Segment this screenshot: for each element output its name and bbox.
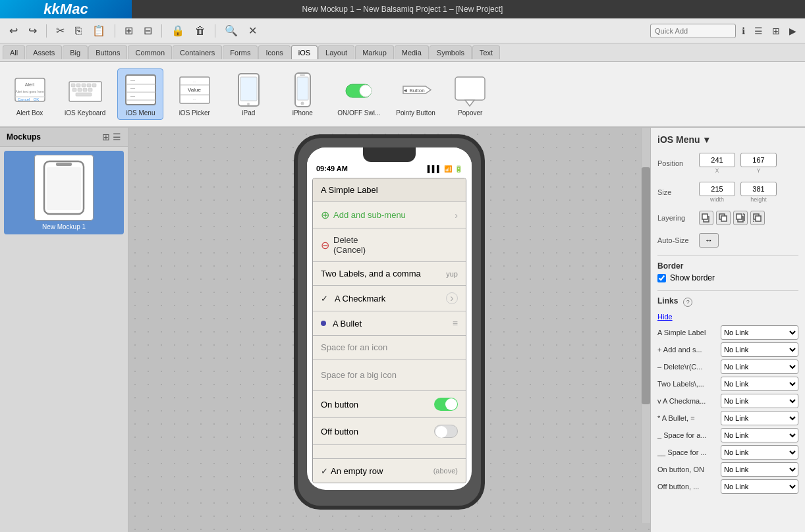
show-border-checkbox[interactable] [657,274,666,282]
svg-text:Alert text goes here: Alert text goes here [15,90,44,93]
menu-checkmark[interactable]: ✓ A Checkmark › [313,286,466,311]
svg-rect-44 [56,163,72,166]
iphone-notch [363,147,416,162]
send-to-back-button[interactable] [750,211,765,225]
canvas[interactable]: 09:49 AM ▌▌▌ 📶 🔋 A Simple Label [128,128,650,532]
palette-ios-menu[interactable]: — — — iOS Menu [117,68,163,120]
delete-button[interactable]: 🗑 [191,22,209,40]
group-button[interactable]: ⊞ [121,22,137,40]
size-height-group: height [740,182,777,203]
palette-iphone[interactable]: iPhone [279,69,325,119]
position-y-input[interactable] [740,153,777,167]
on-off-switch-label: ON/OFF Swi... [337,109,380,117]
checkmark-icon: ✓ [321,294,328,304]
undo-button[interactable]: ↩ [5,22,22,40]
size-height-input[interactable] [740,182,777,196]
checkmark-arrow: › [446,292,458,304]
tab-media[interactable]: Media [395,45,429,59]
link-select-8[interactable]: No Link [721,462,798,477]
bring-to-front-button[interactable] [733,211,748,225]
menu-on-button[interactable]: On button [313,391,466,418]
tab-layout[interactable]: Layout [318,45,354,59]
toggle-on-icon[interactable] [434,398,458,411]
zoom-button[interactable]: 🔍 [221,22,242,40]
tab-symbols[interactable]: Symbols [430,45,472,59]
palette-ipad[interactable]: iPad [225,69,271,119]
link-select-1[interactable]: No Link [721,342,798,357]
ios-keyboard-label: iOS Keyboard [65,109,105,117]
lock-button[interactable]: 🔒 [167,22,188,40]
link-select-3[interactable]: No Link [721,377,798,391]
menu-off-button[interactable]: Off button [313,418,466,445]
tab-big[interactable]: Big [63,45,88,59]
palette-pointy-button[interactable]: ◄ Button Pointy Button [392,69,439,119]
tab-assets[interactable]: Assets [26,45,62,59]
tab-ios[interactable]: iOS [291,45,318,59]
palette-ios-picker[interactable]: ··· Value ··· iOS Picker [171,69,217,119]
redo-button[interactable]: ↪ [24,22,41,40]
link-items: A Simple LabelNo Link+ Add and s...No Li… [657,325,798,494]
toggle-off-icon[interactable] [434,425,458,438]
svg-rect-9 [82,84,86,87]
chevron-down-icon[interactable]: ▾ [704,134,709,145]
sidebar-list-btn[interactable]: ☰ [113,132,121,142]
menu-two-labels[interactable]: Two Labels, and a comma yup [313,262,466,286]
v-scrollbar-thumb[interactable] [642,167,650,404]
copy-button[interactable]: ⎘ [71,22,86,40]
link-label-1: + Add and s... [657,346,717,354]
link-select-6[interactable]: No Link [721,428,798,442]
link-select-2[interactable]: No Link [721,359,798,374]
link-select-9[interactable]: No Link [721,479,798,494]
sidebar-grid-btn[interactable]: ⊞ [102,132,110,142]
info-icon-button[interactable]: ℹ [738,24,748,38]
link-select-4[interactable]: No Link [721,394,798,408]
iphone-frame[interactable]: 09:49 AM ▌▌▌ 📶 🔋 A Simple Label [294,134,485,510]
status-time: 09:49 AM [316,165,348,173]
tab-text[interactable]: Text [472,45,500,59]
close-button[interactable]: ✕ [244,22,261,40]
palette-alert-box[interactable]: Alert Alert text goes here Cancel OK Ale… [7,69,53,119]
tab-forms[interactable]: Forms [223,45,258,59]
palette-ios-keyboard[interactable]: iOS Keyboard [61,69,109,119]
grid-view-button[interactable]: ⊞ [769,24,783,38]
tab-markup[interactable]: Markup [355,45,394,59]
bring-forward-button[interactable] [699,211,713,225]
tab-icons[interactable]: Icons [258,45,290,59]
tab-buttons[interactable]: Buttons [88,45,127,59]
link-select-5[interactable]: No Link [721,411,798,425]
links-hide-button[interactable]: Hide [657,313,673,321]
add-row: ⊕ Add and sub-menu [321,209,406,221]
svg-text:Alert: Alert [24,82,34,87]
menu-add-item[interactable]: ⊕ Add and sub-menu › [313,202,466,228]
link-select-0[interactable]: No Link [721,325,798,340]
play-button[interactable]: ▶ [786,24,800,38]
tab-all[interactable]: All [3,45,25,59]
add-icon: ⊕ [321,209,329,221]
menu-checkmark-above[interactable]: ✓ An empty row (above) [313,459,466,483]
vertical-scrollbar[interactable] [641,128,650,523]
send-backward-button[interactable] [716,211,731,225]
ios-picker-icon: ··· Value ··· [177,72,213,108]
link-select-7[interactable]: No Link [721,445,798,460]
tab-common[interactable]: Common [128,45,172,59]
toolbar: ↩ ↪ ✂ ⎘ 📋 ⊞ ⊟ 🔒 🗑 🔍 ✕ ℹ ☰ ⊞ ▶ [0,18,805,43]
links-help-icon[interactable]: ? [683,298,692,307]
quick-add-input[interactable] [650,24,736,38]
mockup-item-new-mockup-1[interactable]: New Mockup 1 [4,151,124,234]
position-label: Position [657,159,694,167]
size-width-input[interactable] [699,182,735,196]
palette-on-off-switch[interactable]: ON/OFF Swi... [333,69,384,119]
list-view-button[interactable]: ☰ [751,24,766,38]
link-label-5: * A Bullet, = [657,414,717,422]
menu-simple-label: A Simple Label [313,178,466,202]
menu-delete-item[interactable]: ⊖ Delete(Cancel) [313,228,466,262]
ungroup-button[interactable]: ⊟ [140,22,156,40]
menu-bullet[interactable]: A Bullet ≡ [313,311,466,336]
ios-menu-component[interactable]: A Simple Label ⊕ Add and sub-menu › [312,178,466,483]
position-x-input[interactable] [699,153,735,167]
palette-popover[interactable]: Popover [447,69,493,119]
paste-button[interactable]: 📋 [88,22,109,40]
cut-button[interactable]: ✂ [52,22,69,40]
auto-size-button[interactable]: ↔ [699,233,719,248]
tab-containers[interactable]: Containers [173,45,222,59]
